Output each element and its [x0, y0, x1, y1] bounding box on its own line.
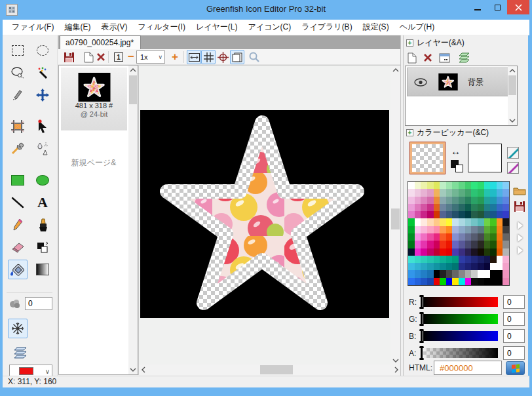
palette-cell[interactable] — [452, 182, 459, 189]
menu-item-edit[interactable]: 編集(E) — [59, 20, 96, 35]
layer-list-scrollbar[interactable] — [508, 66, 517, 125]
expand-icon[interactable]: + — [406, 39, 413, 47]
palette-cell[interactable] — [478, 233, 484, 241]
palette-cell[interactable] — [440, 189, 446, 196]
layer-row-selected[interactable]: 背景 — [407, 68, 516, 96]
palette-cell[interactable] — [452, 270, 459, 277]
palette-cell[interactable] — [478, 197, 484, 204]
palette-cell[interactable] — [490, 263, 497, 270]
palette-cell[interactable] — [446, 182, 453, 189]
palette-cell[interactable] — [497, 189, 503, 196]
palette-cell[interactable] — [490, 197, 497, 204]
palette-cell[interactable] — [427, 256, 434, 263]
palette-cell[interactable] — [408, 233, 415, 241]
menu-item-layer[interactable]: レイヤー(L) — [191, 20, 243, 35]
palette-cell[interactable] — [478, 270, 484, 277]
palette-cell[interactable] — [415, 233, 421, 241]
palette-cell[interactable] — [408, 197, 415, 204]
palette-cell[interactable] — [503, 197, 509, 204]
image-canvas[interactable] — [140, 110, 389, 318]
palette-cell[interactable] — [503, 204, 509, 211]
palette-cell[interactable] — [497, 241, 503, 248]
palette-cell[interactable] — [478, 226, 484, 233]
palette-cell[interactable] — [427, 182, 434, 189]
palette-cell[interactable] — [446, 256, 453, 263]
palette-cell[interactable] — [427, 233, 434, 241]
palette-cell[interactable] — [408, 248, 415, 256]
palette-cell[interactable] — [497, 263, 503, 270]
palette-cell[interactable] — [408, 278, 415, 285]
palette-cell[interactable] — [440, 197, 446, 204]
menu-item-library[interactable]: ライブラリ(B) — [296, 20, 357, 35]
palette-cell[interactable] — [434, 204, 440, 211]
palette-cell[interactable] — [471, 204, 478, 211]
palette-cell[interactable] — [434, 182, 440, 189]
palette-cell[interactable] — [490, 233, 497, 241]
palette-cell[interactable] — [465, 182, 472, 189]
palette-cell[interactable] — [490, 270, 497, 277]
pages-scrollbar[interactable] — [128, 66, 138, 374]
bucket-fill-tool[interactable] — [8, 260, 28, 279]
foreground-color-swatch[interactable] — [410, 142, 445, 174]
palette-cell[interactable] — [421, 189, 427, 196]
palette-cell[interactable] — [497, 233, 503, 241]
palette-cell[interactable] — [446, 263, 453, 270]
palette-cell[interactable] — [478, 204, 484, 211]
palette-cell[interactable] — [465, 233, 472, 241]
palette-cell[interactable] — [408, 218, 415, 226]
palette-cell[interactable] — [459, 256, 465, 263]
red-value-input[interactable] — [503, 295, 525, 309]
palette-cell[interactable] — [490, 204, 497, 211]
flatten-layers-icon[interactable] — [457, 52, 471, 63]
palette-cell[interactable] — [427, 218, 434, 226]
palette-cell[interactable] — [478, 263, 484, 270]
close-button[interactable] — [507, 0, 529, 14]
palette-cell[interactable] — [427, 197, 434, 204]
palette-cell[interactable] — [427, 248, 434, 256]
palette-cell[interactable] — [415, 226, 421, 233]
pencil-tool[interactable] — [8, 215, 28, 235]
palette-cell[interactable] — [497, 211, 503, 218]
palette-cell[interactable] — [484, 226, 491, 233]
palette-cell[interactable] — [421, 182, 427, 189]
menu-item-filter[interactable]: フィルター(I) — [132, 20, 190, 35]
palette-cell[interactable] — [471, 211, 478, 218]
palette-cell[interactable] — [471, 248, 478, 256]
alpha-value-input[interactable] — [503, 346, 525, 360]
palette-cell[interactable] — [490, 211, 497, 218]
palette-cell[interactable] — [415, 278, 421, 285]
palette-cell[interactable] — [465, 241, 472, 248]
palette-cell[interactable] — [503, 182, 509, 189]
palette-cell[interactable] — [415, 256, 421, 263]
palette-cell[interactable] — [446, 233, 453, 241]
rectangle-tool[interactable] — [8, 170, 28, 190]
palette-cell[interactable] — [452, 218, 459, 226]
palette-cell[interactable] — [415, 211, 421, 218]
palette-cell[interactable] — [478, 256, 484, 263]
palette-cell[interactable] — [421, 248, 427, 256]
palette-cell[interactable] — [408, 263, 415, 270]
palette-cell[interactable] — [434, 226, 440, 233]
palette-cell[interactable] — [415, 197, 421, 204]
gradient-tool[interactable] — [33, 260, 52, 279]
palette-cell[interactable] — [484, 270, 491, 277]
palette-cell[interactable] — [415, 263, 421, 270]
palette-cell[interactable] — [408, 211, 415, 218]
palette-cell[interactable] — [446, 204, 453, 211]
save-button[interactable] — [62, 50, 76, 64]
palette-cell[interactable] — [408, 204, 415, 211]
palette-cell[interactable] — [478, 241, 484, 248]
palette-cell[interactable] — [440, 233, 446, 241]
new-page-item[interactable]: 新規ページ& — [59, 157, 128, 168]
palette-cell[interactable] — [440, 204, 446, 211]
palette-cell[interactable] — [415, 182, 421, 189]
palette-cell[interactable] — [503, 226, 509, 233]
save-palette-button[interactable] — [512, 199, 527, 214]
eraser-tool[interactable] — [8, 237, 28, 257]
brush-tool[interactable] — [33, 215, 52, 235]
palette-cell[interactable] — [465, 211, 472, 218]
palette-cell[interactable] — [471, 263, 478, 270]
palette-cell[interactable] — [459, 270, 465, 277]
palette-cell[interactable] — [471, 233, 478, 241]
visibility-eye-icon[interactable] — [414, 78, 427, 87]
